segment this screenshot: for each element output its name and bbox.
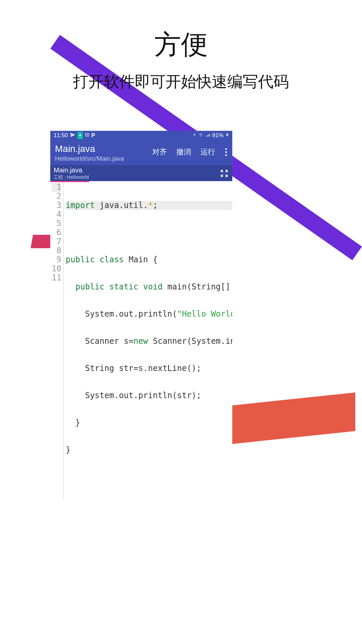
header-actions: 对齐 撤消 运行	[152, 147, 228, 157]
line-num: 1	[52, 183, 61, 192]
svg-rect-4	[227, 133, 228, 133]
code-line-7: String str=s.nextLine();	[66, 364, 232, 373]
line-num: 7	[52, 237, 61, 246]
line-num: 5	[52, 219, 61, 228]
camera-icon	[77, 132, 83, 139]
status-time: 11:50	[54, 132, 68, 139]
tab-project: 工程 : Helloworld	[54, 174, 89, 180]
line-num: 11	[52, 273, 61, 282]
app-header: Main.java Helloworld/src/Main.java 对齐 撤消…	[50, 140, 232, 165]
svg-rect-5	[227, 134, 228, 136]
header-filename: Main.java	[55, 144, 124, 154]
code-line-10: }	[66, 445, 232, 454]
line-num: 10	[52, 264, 61, 273]
undo-button[interactable]: 撤消	[176, 147, 191, 157]
expand-icon[interactable]	[220, 169, 229, 178]
line-gutter: 1 2 3 4 5 6 7 8 9 10 11	[50, 182, 64, 500]
header-titles: Main.java Helloworld/src/Main.java	[55, 144, 124, 162]
line-num: 4	[52, 210, 61, 219]
svg-point-2	[200, 136, 201, 137]
line-num: 3	[52, 201, 61, 210]
line-num: 6	[52, 228, 61, 237]
header-filepath: Helloworld/src/Main.java	[55, 155, 124, 162]
p-icon: P	[92, 132, 95, 139]
page-subtitle: 打开软件即可开始快速编写代码	[0, 71, 362, 92]
tab-filename: Main.java	[54, 166, 89, 174]
svg-rect-1	[85, 133, 89, 136]
code-editor[interactable]: 1 2 3 4 5 6 7 8 9 10 11 import java.util…	[50, 182, 232, 500]
status-right: 91%	[193, 132, 229, 139]
code-line-6: Scanner s=new Scanner(System.in	[66, 337, 232, 346]
wifi-icon	[198, 132, 203, 139]
tab-bar: Main.java 工程 : Helloworld	[50, 165, 232, 181]
run-button[interactable]: 运行	[200, 147, 215, 157]
align-button[interactable]: 对齐	[152, 147, 167, 157]
more-icon[interactable]	[225, 148, 228, 157]
code-line-3: public class Main {	[66, 255, 232, 264]
bluetooth-icon	[193, 132, 196, 139]
code-line-5: System.out.println("Hello World	[66, 310, 232, 319]
code-line-4: public static void main(String[]	[66, 282, 232, 291]
line-num: 9	[52, 255, 61, 264]
code-line-8: System.out.println(str);	[66, 391, 232, 400]
status-left: 11:50 P	[54, 132, 95, 139]
battery-percent: 91%	[212, 132, 224, 139]
svg-point-0	[79, 135, 81, 136]
status-bar: 11:50 P 91%	[50, 131, 232, 140]
phone-screenshot: 11:50 P 91%	[50, 131, 232, 644]
decorative-stripe-orange	[228, 392, 355, 444]
card-icon	[85, 132, 89, 139]
signal-icon	[205, 132, 210, 139]
editor-empty-area[interactable]	[50, 500, 232, 644]
line-num: 8	[52, 246, 61, 255]
code-line-11	[66, 473, 232, 482]
tab-active[interactable]: Main.java 工程 : Helloworld	[54, 166, 89, 180]
page-title: 方便	[0, 27, 362, 63]
code-area[interactable]: import java.util.*; public class Main { …	[64, 182, 232, 500]
telegram-icon	[70, 132, 75, 139]
code-line-2	[66, 228, 232, 237]
battery-icon	[226, 132, 229, 139]
line-num: 2	[52, 192, 61, 201]
code-line-9: }	[66, 418, 232, 427]
code-line-1: import java.util.*;	[66, 201, 232, 210]
